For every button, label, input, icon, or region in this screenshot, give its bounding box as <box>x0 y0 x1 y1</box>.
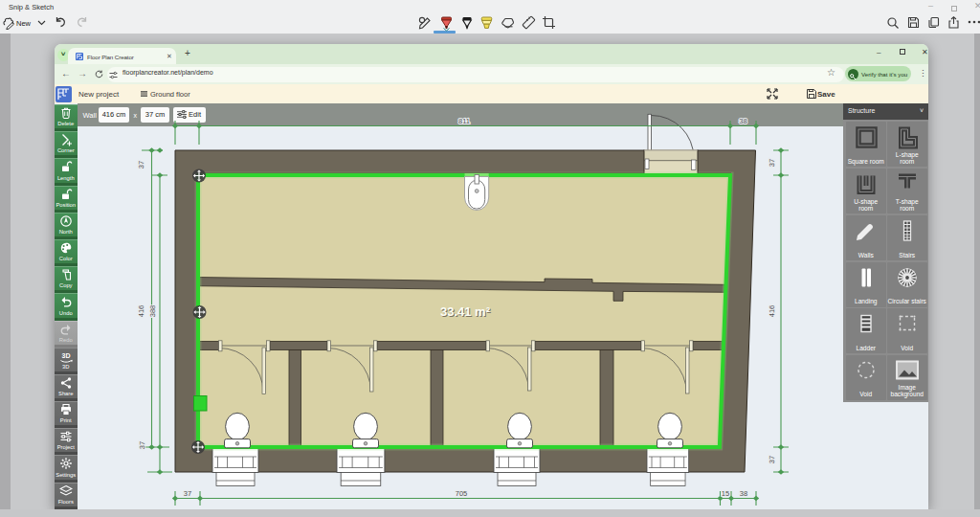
svg-text:3D: 3D <box>61 351 70 358</box>
